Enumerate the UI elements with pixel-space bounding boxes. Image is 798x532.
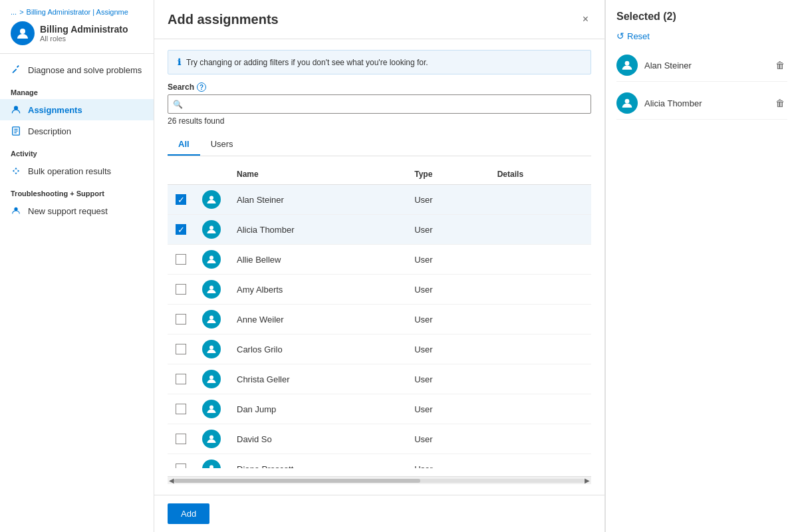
reset-label: Reset bbox=[627, 31, 650, 41]
svg-point-13 bbox=[209, 376, 213, 380]
scrollbar-thumb[interactable] bbox=[174, 479, 420, 483]
scroll-left-arrow[interactable]: ◀ bbox=[169, 477, 174, 484]
sidebar-section-activity: Activity bbox=[0, 142, 154, 160]
svg-point-18 bbox=[625, 99, 630, 104]
user-avatar bbox=[202, 310, 221, 329]
table-row: Anne WeilerUser bbox=[168, 305, 591, 334]
sidebar-item-label-support: New support request bbox=[28, 206, 108, 216]
person-support-icon bbox=[11, 205, 21, 216]
svg-point-14 bbox=[209, 406, 213, 410]
user-type: User bbox=[406, 334, 489, 364]
person-icon bbox=[11, 104, 21, 115]
user-name: Diane Prescott bbox=[229, 454, 406, 469]
sidebar-item-assignments[interactable]: Assignments bbox=[0, 99, 154, 120]
row-checkbox[interactable] bbox=[176, 344, 186, 354]
sidebar-section-support: Troubleshooting + Support bbox=[0, 182, 154, 200]
row-checkbox[interactable] bbox=[176, 464, 186, 468]
horizontal-scrollbar[interactable]: ◀ ▶ bbox=[168, 476, 591, 484]
user-name: Carlos Grilo bbox=[229, 334, 406, 364]
search-input[interactable] bbox=[168, 94, 591, 114]
user-name: Dan Jump bbox=[229, 394, 406, 424]
sidebar-item-label-assignments: Assignments bbox=[28, 105, 82, 115]
row-checkbox[interactable]: ✓ bbox=[176, 224, 186, 235]
user-details bbox=[489, 424, 591, 454]
selected-panel: Selected (2) ↺ Reset Alan Steiner 🗑 Alic… bbox=[605, 0, 798, 532]
document-icon bbox=[11, 126, 21, 136]
svg-point-17 bbox=[625, 61, 630, 66]
svg-point-6 bbox=[14, 207, 17, 211]
sidebar-item-description[interactable]: Description bbox=[0, 120, 154, 142]
user-details bbox=[489, 245, 591, 275]
svg-point-11 bbox=[209, 316, 213, 320]
info-banner-text: Try changing or adding filters if you do… bbox=[186, 58, 428, 67]
close-button[interactable]: × bbox=[580, 11, 591, 28]
sidebar-item-support[interactable]: New support request bbox=[0, 200, 154, 221]
user-details bbox=[489, 305, 591, 334]
modal-footer: Add bbox=[154, 495, 604, 532]
sidebar: ... > Billing Administrator | Assignme B… bbox=[0, 0, 154, 532]
user-name: Alicia Thomber bbox=[229, 215, 406, 245]
search-section: Search ? 🔍 26 results found bbox=[168, 82, 591, 126]
user-type: User bbox=[406, 185, 489, 215]
wrench-icon bbox=[11, 65, 21, 75]
user-name: Alan Steiner bbox=[229, 185, 406, 215]
row-checkbox[interactable]: ✓ bbox=[176, 194, 186, 205]
table-row: Christa GellerUser bbox=[168, 364, 591, 394]
selected-item-name: Alicia Thomber bbox=[644, 98, 766, 108]
selected-item: Alan Steiner 🗑 bbox=[616, 49, 787, 82]
table-row: Allie BellewUser bbox=[168, 245, 591, 275]
user-name: Anne Weiler bbox=[229, 305, 406, 334]
row-checkbox[interactable] bbox=[176, 404, 186, 414]
sidebar-section-manage: Manage bbox=[0, 80, 154, 99]
user-type: User bbox=[406, 454, 489, 469]
user-name: David So bbox=[229, 424, 406, 454]
user-details bbox=[489, 334, 591, 364]
delete-item-button[interactable]: 🗑 bbox=[773, 96, 787, 110]
svg-point-10 bbox=[209, 286, 213, 290]
scroll-right-arrow[interactable]: ▶ bbox=[585, 477, 590, 484]
reset-button[interactable]: ↺ Reset bbox=[616, 31, 787, 41]
breadcrumb-separator: > bbox=[19, 8, 23, 16]
col-name: Name bbox=[229, 164, 406, 185]
breadcrumb-dots[interactable]: ... bbox=[11, 8, 17, 16]
user-avatar bbox=[202, 190, 221, 209]
row-checkbox[interactable] bbox=[176, 314, 186, 325]
sidebar-item-diagnose[interactable]: Diagnose and solve problems bbox=[0, 59, 154, 80]
search-icon: 🔍 bbox=[173, 100, 183, 109]
search-help-icon: ? bbox=[197, 82, 206, 92]
delete-item-button[interactable]: 🗑 bbox=[773, 59, 787, 72]
svg-point-7 bbox=[209, 196, 213, 200]
user-name: Allie Bellew bbox=[229, 245, 406, 275]
selected-item-avatar bbox=[616, 92, 638, 114]
add-button[interactable]: Add bbox=[168, 503, 209, 524]
table-wrapper: Name Type Details ✓Alan SteinerUser✓Alic… bbox=[168, 164, 591, 468]
row-checkbox[interactable] bbox=[176, 434, 186, 444]
row-checkbox[interactable] bbox=[176, 254, 186, 265]
breadcrumb-link[interactable]: Billing Administrator | Assignme bbox=[27, 8, 128, 16]
sidebar-title-row: Billing Administrato All roles bbox=[11, 21, 143, 45]
results-count: 26 results found bbox=[168, 116, 591, 126]
user-name: Amy Alberts bbox=[229, 275, 406, 305]
selected-item: Alicia Thomber 🗑 bbox=[616, 87, 787, 120]
user-avatar bbox=[202, 430, 221, 448]
sidebar-item-label-description: Description bbox=[28, 126, 71, 136]
sidebar-item-bulk[interactable]: Bulk operation results bbox=[0, 160, 154, 182]
tab-all[interactable]: All bbox=[168, 134, 200, 156]
selected-item-name: Alan Steiner bbox=[644, 61, 766, 70]
table-row: Diane PrescottUser bbox=[168, 454, 591, 469]
row-checkbox[interactable] bbox=[176, 284, 186, 295]
user-details bbox=[489, 454, 591, 469]
svg-point-0 bbox=[20, 29, 25, 34]
table-row: Amy AlbertsUser bbox=[168, 275, 591, 305]
selected-title: Selected (2) bbox=[616, 11, 676, 23]
tab-users[interactable]: Users bbox=[200, 134, 244, 156]
user-details bbox=[489, 215, 591, 245]
user-name: Christa Geller bbox=[229, 364, 406, 394]
sidebar-title: Billing Administrato bbox=[40, 24, 128, 35]
sidebar-title-text: Billing Administrato All roles bbox=[40, 24, 128, 43]
search-label: Search ? bbox=[168, 82, 591, 92]
row-checkbox[interactable] bbox=[176, 374, 186, 384]
selected-header: Selected (2) bbox=[616, 11, 787, 23]
info-banner: ℹ Try changing or adding filters if you … bbox=[168, 50, 591, 74]
col-checkbox bbox=[168, 164, 194, 185]
